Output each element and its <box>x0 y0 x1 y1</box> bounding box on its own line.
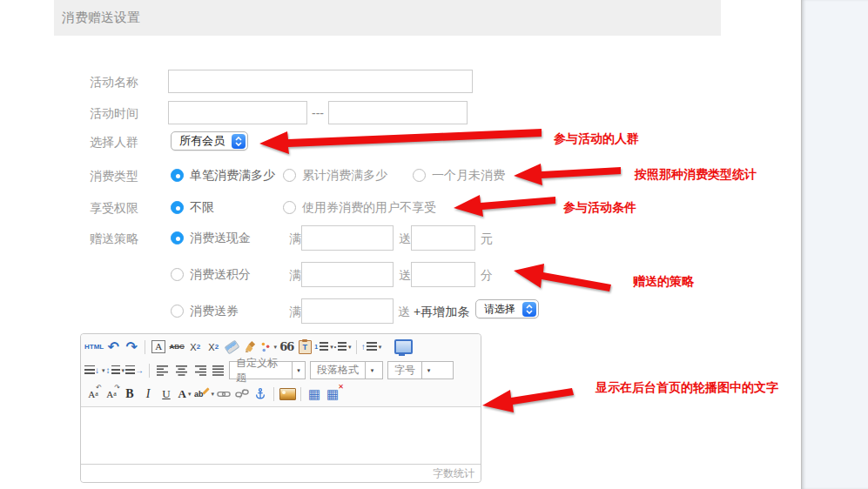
top-margin-icon[interactable]: ↑▾ <box>361 338 382 356</box>
activity-name-label: 活动名称 <box>90 75 138 90</box>
toolbar-separator <box>145 340 145 354</box>
strategy-cash-mid: 送 <box>399 231 411 247</box>
link-icon[interactable] <box>215 385 232 403</box>
unordered-list-icon[interactable]: •▾ <box>334 338 352 356</box>
chevron-down-icon[interactable]: ▾ <box>292 362 305 378</box>
strategy-coupon-select[interactable]: 请选择 <box>475 299 539 318</box>
underline-icon[interactable]: U <box>158 385 175 403</box>
toolbar-separator <box>356 340 357 354</box>
editor-toolbar-row-2: ↓▾ ↕▾ → <box>84 358 477 382</box>
editor-status-bar: 字数统计 <box>81 464 481 482</box>
rich-text-editor: HTML ↶ ↷ A ABC X2 X2 ▾ 66 T 1▾ <box>80 333 481 483</box>
to-lowercase-icon[interactable]: Aa↷ <box>103 385 120 403</box>
strategy-add-more-label: +再增加条 <box>414 305 469 320</box>
strategy-cash-amount-input[interactable] <box>301 225 394 251</box>
strikethrough-icon[interactable]: ABC <box>168 338 185 356</box>
font-color-icon[interactable]: A▾ <box>176 385 193 403</box>
font-size-select[interactable]: 字号 ▾ <box>387 361 454 379</box>
consume-type-option-inactive[interactable]: 一个月未消费 <box>413 169 505 182</box>
radio-selected-icon[interactable] <box>171 201 184 214</box>
strategy-points-gift-input[interactable] <box>411 262 475 287</box>
italic-icon[interactable]: I <box>139 385 157 403</box>
toolbar-separator <box>273 387 274 401</box>
align-center-icon[interactable] <box>172 362 190 379</box>
strategy-points-amount-input[interactable] <box>301 262 394 287</box>
insert-table-icon[interactable]: ▦ <box>306 385 323 403</box>
delete-table-icon[interactable]: ▦✕ <box>324 385 341 403</box>
editor-toolbar-row-3: Aa↶ Aa↷ B I U A▾ ab▾ <box>84 382 477 405</box>
line-height-icon[interactable]: ↕▾ <box>106 362 125 379</box>
paragraph-spacing-icon[interactable]: ↓▾ <box>84 362 105 379</box>
eraser-icon[interactable] <box>223 338 240 356</box>
annotation-arrow-editor <box>482 388 574 412</box>
annotation-arrow-audience <box>259 129 542 154</box>
chevron-down-icon[interactable]: ▾ <box>421 362 435 378</box>
activity-name-input[interactable] <box>168 70 473 93</box>
privilege-option-unlimited[interactable]: 不限 <box>171 201 214 214</box>
select-stepper-icon <box>522 302 536 317</box>
strategy-option-coupon[interactable]: 消费送券 <box>171 305 239 318</box>
consume-type-label: 消费类型 <box>90 169 138 184</box>
privilege-label: 享受权限 <box>90 201 138 217</box>
fullscreen-monitor-icon[interactable] <box>394 338 413 356</box>
page-title-bar: 消费赠送设置 <box>54 0 721 36</box>
to-uppercase-icon[interactable]: Aa↶ <box>84 385 102 403</box>
blockquote-icon[interactable]: 66 <box>278 338 295 356</box>
strategy-cash-gift-input[interactable] <box>411 225 475 251</box>
annotation-strategy: 赠送的策略 <box>633 274 694 290</box>
redo-icon[interactable]: ↷ <box>123 338 140 356</box>
radio-icon[interactable] <box>171 268 184 281</box>
strategy-coupon-prefix: 满 <box>289 305 301 320</box>
strategy-label: 赠送策略 <box>90 231 138 247</box>
paragraph-format-select[interactable]: 段落格式 ▾ <box>310 361 383 379</box>
superscript-icon[interactable]: X2 <box>186 338 204 356</box>
strategy-points-mid: 送 <box>399 268 411 284</box>
annotation-privilege: 参与活动条件 <box>563 200 636 216</box>
indent-icon[interactable]: → <box>125 362 145 379</box>
activity-time-end-input[interactable] <box>328 101 468 124</box>
anchor-icon[interactable] <box>252 385 269 403</box>
radio-icon[interactable] <box>283 169 296 182</box>
subscript-icon[interactable]: X2 <box>205 338 222 356</box>
editor-toolbar: HTML ↶ ↷ A ABC X2 X2 ▾ 66 T 1▾ <box>81 334 481 407</box>
radio-icon[interactable] <box>283 201 296 214</box>
radio-icon[interactable] <box>413 169 426 182</box>
undo-icon[interactable]: ↶ <box>104 338 122 356</box>
chevron-down-icon[interactable]: ▾ <box>365 362 379 378</box>
radio-selected-icon[interactable] <box>171 231 184 244</box>
strategy-points-unit: 分 <box>481 268 493 284</box>
consume-type-option-total[interactable]: 累计消费满多少 <box>283 169 387 182</box>
align-left-icon[interactable] <box>154 362 172 379</box>
justify-icon[interactable] <box>209 362 226 379</box>
annotation-consume-type: 按照那种消费类型统计 <box>635 167 757 183</box>
radio-icon[interactable] <box>171 305 184 318</box>
strategy-coupon-mid: 送 <box>398 305 410 320</box>
strategy-option-cash[interactable]: 消费送现金 <box>171 231 251 244</box>
activity-time-start-input[interactable] <box>168 101 307 124</box>
align-right-icon[interactable] <box>191 362 208 379</box>
highlight-color-icon[interactable]: ab▾ <box>194 385 214 403</box>
radio-selected-icon[interactable] <box>171 169 184 182</box>
consume-type-option-single[interactable]: 单笔消费满多少 <box>171 169 275 182</box>
time-range-separator: --- <box>312 106 324 120</box>
toolbar-separator <box>300 387 301 401</box>
right-side-panel <box>801 0 868 489</box>
strategy-option-points[interactable]: 消费送积分 <box>171 268 251 281</box>
custom-title-select[interactable]: 自定义标题 ▾ <box>229 361 306 379</box>
privilege-option-coupon-excluded[interactable]: 使用券消费的用户不享受 <box>283 201 436 214</box>
ordered-list-icon[interactable]: 1▾ <box>314 338 333 356</box>
font-border-icon[interactable]: A <box>150 338 167 356</box>
audience-select[interactable]: 所有会员 <box>171 131 248 151</box>
bold-icon[interactable]: B <box>121 385 138 403</box>
annotation-arrow-privilege <box>454 195 555 217</box>
annotation-audience: 参与活动的人群 <box>554 131 639 147</box>
annotation-editor: 显示在后台首页的轮播图中的文字 <box>595 380 778 396</box>
editor-content-area[interactable] <box>81 407 481 465</box>
paste-as-text-icon[interactable]: T <box>296 338 313 356</box>
strategy-coupon-amount-input[interactable] <box>301 298 394 324</box>
insert-image-icon[interactable] <box>279 385 296 403</box>
unlink-icon[interactable] <box>233 385 251 403</box>
html-source-icon[interactable]: HTML <box>84 338 104 356</box>
format-brush-icon[interactable] <box>241 338 259 356</box>
auto-typeset-icon[interactable]: ▾ <box>259 338 277 356</box>
